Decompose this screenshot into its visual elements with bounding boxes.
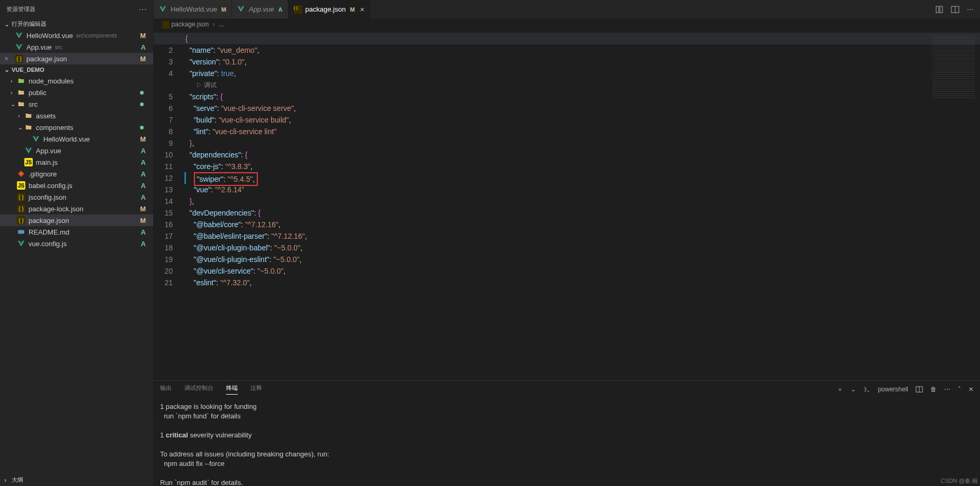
json-icon: { } [17,193,25,201]
tab[interactable]: HelloWorld.vueM [154,0,232,18]
panel-tab[interactable]: 输出 [160,384,172,395]
tree-item[interactable]: App.vueA [0,145,153,156]
vue-icon [17,239,25,248]
tab[interactable]: App.vueA [232,0,288,18]
json-icon: { } [17,204,25,213]
close-icon[interactable]: × [360,5,365,14]
folder-icon [24,123,33,132]
sidebar: 资源管理器 ⋯ ⌄ 打开的编辑器 HelloWorld.vuesrc\compo… [0,0,154,486]
more-icon[interactable]: ⋯ [138,4,147,14]
svg-rect-1 [936,6,939,13]
open-editors-header[interactable]: ⌄ 打开的编辑器 [0,18,153,30]
new-terminal-icon[interactable]: ＋ [837,385,843,394]
vue-icon [15,43,23,51]
vue-icon [15,31,23,40]
folder-icon [17,88,25,97]
tree-item[interactable]: { }jsconfig.jsonA [0,191,153,203]
outline-header[interactable]: › 大纲 [0,474,153,486]
chevron-down-icon: ⌄ [4,66,12,73]
file-name: package.json [26,55,67,63]
tree-item[interactable]: ⌄src [0,98,153,110]
tree-item[interactable]: JSbabel.config.jsA [0,180,153,191]
gutter: 123456789101112131415161718192021 [154,31,185,380]
tree-item[interactable]: ›node_modules [0,75,153,87]
main: HelloWorld.vueMApp.vueA{ }package.jsonM×… [154,0,980,486]
split-terminal-icon[interactable] [916,386,923,393]
scm-badge: M [140,32,146,40]
code[interactable]: { "name": "vue_demo", "version": "0.1.0"… [185,31,980,380]
folder-icon [24,111,33,120]
open-editor-item[interactable]: App.vuesrcA [0,41,153,53]
compare-icon[interactable] [935,5,944,14]
vue-icon [32,135,40,143]
svg-rect-2 [940,6,942,13]
minimap[interactable] [932,36,975,99]
editor[interactable]: 123456789101112131415161718192021 { "nam… [154,31,980,380]
git-icon [17,170,25,178]
tab[interactable]: { }package.jsonM× [288,0,370,18]
json-icon: { } [294,5,302,14]
more-icon[interactable]: ⋯ [944,386,950,393]
vue-icon [159,5,167,14]
terminal-body[interactable]: 1 package is looking for funding run `np… [154,398,980,486]
json-icon: { } [17,216,25,225]
file-name: App.vue [26,43,52,51]
panel-tabs: 输出调试控制台终端注释 ＋ ⌄ powershell 🗑 ⋯ ˄ ✕ [154,381,980,398]
tree-item[interactable]: README.mdA [0,226,153,238]
tabs: HelloWorld.vueMApp.vueA{ }package.jsonM×… [154,0,980,18]
explorer-title: 资源管理器 [6,5,35,13]
scm-badge: M [140,55,146,63]
chevron-down-icon: ⌄ [4,21,12,28]
scm-badge: A [141,43,146,51]
tree-item[interactable]: HelloWorld.vueM [0,133,153,145]
breadcrumb[interactable]: package.json › ... [154,18,980,31]
file-name: HelloWorld.vue [26,32,73,40]
panel-tab[interactable]: 终端 [226,384,238,395]
terminal-profile-icon[interactable] [863,386,871,393]
panel-tab[interactable]: 注释 [250,384,262,395]
shell-label[interactable]: powershell [878,386,908,393]
chevron-right-icon: › [4,476,12,484]
json-icon: { } [15,54,23,63]
more-icon[interactable]: ⋯ [967,5,974,13]
vue-icon [24,146,33,155]
node-icon [17,77,25,85]
maximize-panel-icon[interactable]: ˄ [958,386,961,393]
js-icon: JS [24,158,33,166]
tree-item[interactable]: { }package-lock.jsonM [0,203,153,214]
panel-tab[interactable]: 调试控制台 [184,384,213,395]
explorer-header: 资源管理器 ⋯ [0,0,153,18]
open-editor-item[interactable]: ×{ }package.jsonM [0,53,153,64]
tree-item[interactable]: ⌄components [0,121,153,133]
close-icon[interactable]: × [4,54,8,63]
folder-icon [17,100,25,108]
split-icon[interactable] [951,5,959,14]
watermark: CSDN @秦.楠 [941,477,978,485]
open-editor-item[interactable]: HelloWorld.vuesrc\componentsM [0,30,153,41]
kill-terminal-icon[interactable]: 🗑 [930,386,937,393]
vue-icon [237,5,246,14]
terminal-panel: 输出调试控制台终端注释 ＋ ⌄ powershell 🗑 ⋯ ˄ ✕ 1 pac… [154,380,980,486]
project-header[interactable]: ⌄ VUE_DEMO [0,64,153,75]
svg-rect-0 [18,230,24,234]
tree-item[interactable]: vue.config.jsA [0,238,153,249]
tree-item[interactable]: JSmain.jsA [0,156,153,168]
tree-item[interactable]: .gitignoreA [0,168,153,180]
terminal-dropdown-icon[interactable]: ⌄ [851,386,856,393]
tree-item[interactable]: ›assets [0,110,153,121]
js-icon: JS [17,181,25,190]
tree-item[interactable]: ›public [0,87,153,98]
tree-item[interactable]: { }package.jsonM [0,214,153,226]
md-icon [17,228,25,236]
close-panel-icon[interactable]: ✕ [968,386,974,393]
